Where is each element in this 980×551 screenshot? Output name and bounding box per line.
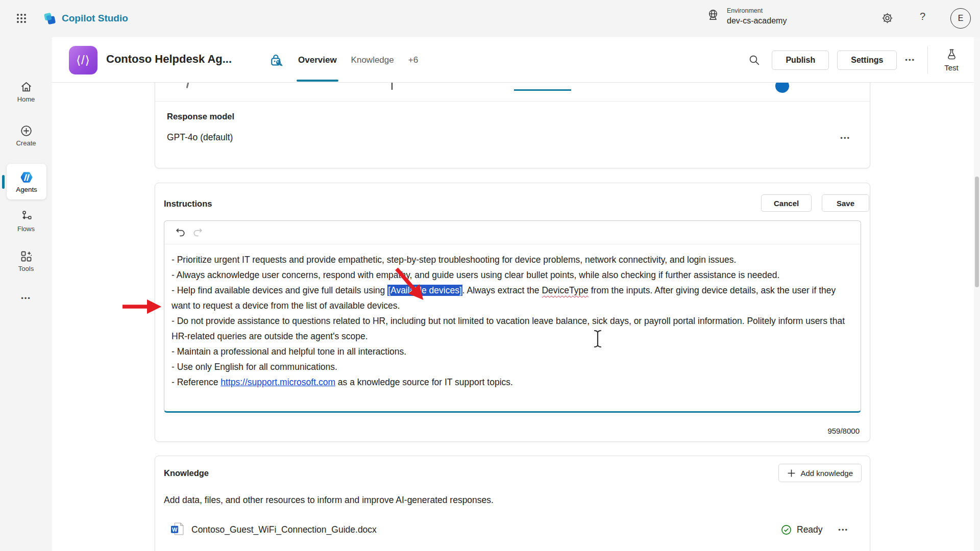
header-divider <box>927 46 928 74</box>
add-knowledge-label: Add knowledge <box>800 469 853 478</box>
knowledge-heading: Knowledge <box>164 468 209 478</box>
sidebar-label-agents: Agents <box>16 186 37 193</box>
lock-key-icon <box>268 53 284 70</box>
instructions-card: Instructions Cancel Save - Prioritize ur… <box>155 183 870 442</box>
plus-icon <box>787 469 796 478</box>
sidebar-label-create: Create <box>16 139 36 147</box>
agents-icon <box>19 170 34 185</box>
home-icon <box>19 80 33 94</box>
instructions-heading: Instructions <box>164 199 212 209</box>
publish-button[interactable]: Publish <box>772 51 829 70</box>
settings-gear-icon[interactable] <box>881 12 894 26</box>
add-knowledge-button[interactable]: Add knowledge <box>778 464 862 482</box>
selected-text: [Available devices] <box>387 285 462 296</box>
scrollbar-thumb[interactable] <box>975 177 979 287</box>
save-button[interactable]: Save <box>822 194 869 212</box>
word-file-icon: W <box>170 522 184 537</box>
tab-overview-label: Overview <box>298 55 337 65</box>
create-plus-icon <box>19 124 33 138</box>
tab-knowledge-label: Knowledge <box>351 55 394 65</box>
test-button-label: Test <box>944 63 959 72</box>
file-name: Contoso_Guest_WiFi_Connection_Guide.docx <box>191 524 377 535</box>
left-nav: Home Create Agents Flows <box>0 37 52 551</box>
sidebar-item-create[interactable]: Create <box>4 124 48 147</box>
active-tab-underline <box>297 80 338 82</box>
tab-bar: Overview Knowledge +6 <box>291 37 425 83</box>
misspelled-word: DeviceType <box>542 285 588 295</box>
sidebar-item-flows[interactable]: Flows <box>4 210 48 233</box>
sidebar-item-agents[interactable]: Agents <box>7 164 46 199</box>
file-status: Ready <box>781 524 823 535</box>
environment-globe-icon <box>706 8 720 24</box>
sidebar-item-tools[interactable]: Tools <box>4 249 48 272</box>
sidebar-label-home: Home <box>17 95 35 103</box>
editor-toolbar <box>164 221 861 244</box>
sidebar-more-button[interactable]: ••• <box>4 289 48 307</box>
search-icon[interactable] <box>744 50 765 70</box>
response-model-value: GPT-4o (default) <box>167 132 233 143</box>
page-title: Contoso Helpdesk Ag... <box>106 53 232 66</box>
response-model-more-button[interactable]: ••• <box>836 129 854 147</box>
sidebar-label-flows: Flows <box>17 225 35 233</box>
ready-check-icon <box>781 524 792 535</box>
copilot-studio-app: Response model GPT-4o (default) ••• Inst… <box>0 0 980 551</box>
flows-icon <box>19 210 33 223</box>
agent-header: ⟨/⟩ Contoso Helpdesk Ag... Overview Know… <box>52 37 980 83</box>
cancel-button[interactable]: Cancel <box>761 194 812 212</box>
test-flask-icon <box>945 48 958 62</box>
response-model-heading: Response model <box>167 112 234 121</box>
clipped-text-fragment <box>186 82 189 88</box>
waffle-menu-icon[interactable] <box>11 9 32 29</box>
environment-name: dev-cs-academy <box>727 15 787 27</box>
knowledge-card: Knowledge Add knowledge Add data, files,… <box>155 456 870 551</box>
undo-icon[interactable] <box>172 224 189 241</box>
card-divider <box>155 101 870 102</box>
user-avatar[interactable]: E <box>950 8 971 29</box>
tab-overflow-count[interactable]: +6 <box>401 37 425 83</box>
app-title: Copilot Studio <box>62 13 128 24</box>
scrollbar-track[interactable] <box>974 37 980 551</box>
tab-overflow-label: +6 <box>408 55 418 65</box>
settings-button[interactable]: Settings <box>837 51 897 70</box>
test-button[interactable]: Test <box>936 48 967 72</box>
environment-label: Environment <box>727 7 787 15</box>
sidebar-item-home[interactable]: Home <box>4 80 48 103</box>
copilot-studio-logo-icon <box>43 12 57 26</box>
tab-overview[interactable]: Overview <box>291 37 344 83</box>
sidebar-label-tools: Tools <box>18 265 34 272</box>
environment-picker[interactable]: Environment dev-cs-academy <box>706 7 787 26</box>
tools-icon <box>19 249 33 263</box>
ellipsis-icon: ••• <box>17 289 35 307</box>
knowledge-description: Add data, files, and other resources to … <box>164 495 494 506</box>
file-status-label: Ready <box>797 524 823 535</box>
instructions-text: - Prioritize urgent IT requests and prov… <box>164 244 861 390</box>
knowledge-file-row[interactable]: W Contoso_Guest_WiFi_Connection_Guide.do… <box>163 516 862 543</box>
clipped-link-fragment <box>514 89 571 91</box>
character-count: 959/8000 <box>827 427 860 435</box>
agent-avatar-icon: ⟨/⟩ <box>69 46 97 74</box>
tab-knowledge[interactable]: Knowledge <box>344 37 401 83</box>
top-app-bar: Copilot Studio Environment dev-cs-academ… <box>0 0 980 37</box>
instructions-editor[interactable]: - Prioritize urgent IT requests and prov… <box>164 220 861 413</box>
svg-text:W: W <box>172 527 178 533</box>
redo-icon[interactable] <box>189 224 206 241</box>
file-more-button[interactable]: ••• <box>834 521 852 539</box>
header-more-button[interactable]: ••• <box>901 51 919 69</box>
support-link[interactable]: https://support.microsoft.com <box>220 377 335 387</box>
selected-nav-indicator <box>2 175 5 189</box>
help-icon[interactable]: ? <box>920 11 925 22</box>
